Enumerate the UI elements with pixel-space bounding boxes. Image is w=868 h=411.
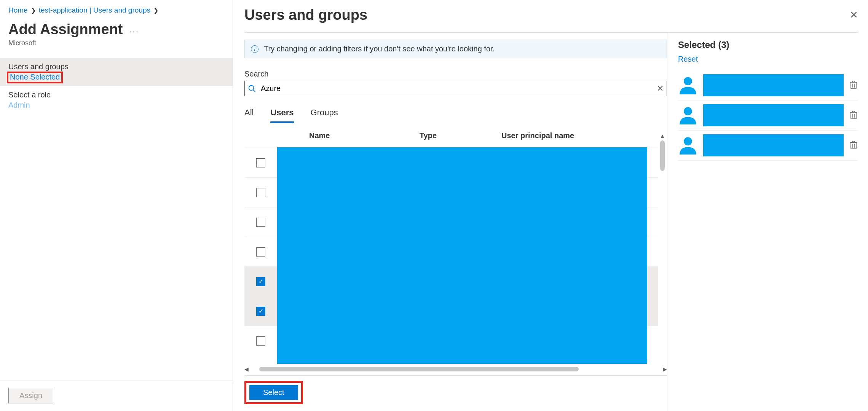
search-label: Search bbox=[244, 70, 667, 78]
field-select-role[interactable]: Select a role Admin bbox=[0, 86, 233, 114]
chevron-right-icon: ❯ bbox=[31, 7, 36, 14]
svg-point-10 bbox=[684, 137, 692, 145]
svg-point-2 bbox=[684, 77, 692, 85]
none-selected-link[interactable]: None Selected bbox=[10, 73, 60, 81]
result-tabs: All Users Groups bbox=[244, 105, 667, 123]
row-checkbox[interactable] bbox=[256, 336, 265, 346]
breadcrumb-home[interactable]: Home bbox=[8, 6, 28, 14]
vertical-scrollbar[interactable]: ▲ bbox=[658, 131, 667, 364]
svg-rect-7 bbox=[851, 112, 856, 119]
selected-panel: Selected (3) Reset bbox=[667, 33, 858, 411]
highlight-box: None Selected bbox=[7, 72, 63, 83]
page-subtitle: Microsoft bbox=[0, 38, 233, 58]
svg-rect-3 bbox=[851, 82, 856, 89]
row-checkbox[interactable]: ✓ bbox=[256, 307, 265, 316]
user-icon bbox=[678, 135, 698, 156]
col-type: Type bbox=[420, 131, 501, 140]
row-checkbox[interactable] bbox=[256, 218, 265, 227]
field-users-and-groups[interactable]: Users and groups None Selected bbox=[0, 58, 233, 86]
svg-point-6 bbox=[684, 107, 692, 115]
row-checkbox[interactable] bbox=[256, 247, 265, 256]
close-icon[interactable]: ✕ bbox=[850, 9, 858, 21]
field-label: Select a role bbox=[8, 91, 224, 99]
scroll-thumb[interactable] bbox=[259, 367, 579, 371]
field-label: Users and groups bbox=[8, 62, 224, 71]
row-checkbox[interactable]: ✓ bbox=[256, 277, 265, 286]
row-checkbox[interactable] bbox=[256, 188, 265, 197]
search-input[interactable] bbox=[260, 83, 657, 94]
select-button[interactable]: Select bbox=[249, 385, 298, 400]
selected-title: Selected (3) bbox=[678, 40, 858, 50]
scroll-thumb[interactable] bbox=[660, 140, 665, 171]
user-icon bbox=[678, 75, 698, 96]
highlight-box: Select bbox=[244, 381, 303, 404]
clear-icon[interactable]: ✕ bbox=[657, 84, 664, 94]
role-link[interactable]: Admin bbox=[8, 101, 30, 110]
page-title: Add Assignment bbox=[8, 21, 123, 38]
column-headers: Name Type User principal name bbox=[244, 131, 658, 140]
reset-link[interactable]: Reset bbox=[678, 55, 698, 64]
delete-icon[interactable] bbox=[849, 139, 858, 152]
horizontal-scrollbar[interactable]: ◀ ▶ bbox=[244, 364, 667, 373]
breadcrumb-app[interactable]: test-application | Users and groups bbox=[39, 6, 150, 14]
search-icon bbox=[248, 84, 256, 93]
search-box[interactable]: ✕ bbox=[244, 81, 667, 96]
assign-button[interactable]: Assign bbox=[8, 388, 53, 403]
users-groups-blade: Users and groups ✕ i Try changing or add… bbox=[233, 0, 868, 411]
tab-users[interactable]: Users bbox=[270, 105, 294, 123]
redacted-content bbox=[277, 147, 647, 364]
tab-groups[interactable]: Groups bbox=[311, 105, 338, 123]
col-name: Name bbox=[309, 131, 420, 140]
tab-all[interactable]: All bbox=[244, 105, 254, 123]
scroll-up-icon[interactable]: ▲ bbox=[660, 133, 665, 139]
svg-rect-11 bbox=[851, 142, 856, 149]
info-text: Try changing or adding filters if you do… bbox=[264, 45, 495, 53]
scroll-right-icon[interactable]: ▶ bbox=[663, 366, 667, 372]
selected-item bbox=[678, 100, 858, 131]
redacted-content bbox=[703, 104, 844, 126]
blade-title: Users and groups bbox=[244, 7, 367, 23]
breadcrumb: Home ❯ test-application | Users and grou… bbox=[0, 0, 233, 14]
redacted-content bbox=[703, 134, 844, 156]
selected-item bbox=[678, 131, 858, 161]
user-icon bbox=[678, 105, 698, 126]
info-icon: i bbox=[251, 45, 258, 53]
info-banner: i Try changing or adding filters if you … bbox=[244, 40, 667, 58]
redacted-content bbox=[703, 74, 844, 96]
scroll-left-icon[interactable]: ◀ bbox=[244, 366, 249, 372]
svg-line-1 bbox=[253, 89, 255, 92]
delete-icon[interactable] bbox=[849, 109, 858, 122]
row-checkbox[interactable] bbox=[256, 158, 265, 167]
chevron-right-icon: ❯ bbox=[153, 7, 158, 14]
left-pane: Home ❯ test-application | Users and grou… bbox=[0, 0, 233, 411]
delete-icon[interactable] bbox=[849, 79, 858, 92]
svg-point-0 bbox=[249, 85, 254, 90]
col-upn: User principal name bbox=[501, 131, 658, 140]
selected-item bbox=[678, 70, 858, 100]
more-icon[interactable]: ··· bbox=[130, 27, 139, 37]
